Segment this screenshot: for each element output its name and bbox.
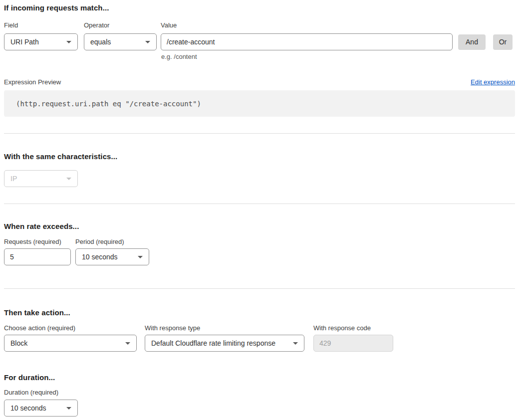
action-labels-row: Choose action (required) With response t… bbox=[4, 324, 515, 332]
expression-code: (http.request.uri.path eq "/create-accou… bbox=[16, 100, 201, 108]
response-type-select[interactable]: Default Cloudflare rate limiting respons… bbox=[145, 335, 304, 352]
rate-controls-row: 10 seconds bbox=[4, 248, 515, 265]
action-section-heading: Then take action... bbox=[4, 308, 515, 317]
characteristics-section-heading: With the same characteristics... bbox=[4, 152, 515, 161]
or-button[interactable]: Or bbox=[493, 34, 513, 50]
value-input[interactable] bbox=[161, 33, 453, 50]
field-select[interactable]: URI Path bbox=[4, 33, 78, 50]
field-select-value: URI Path bbox=[10, 38, 39, 46]
response-code-label: With response code bbox=[313, 324, 371, 332]
chevron-down-icon bbox=[66, 407, 71, 410]
rate-section-heading: When rate exceeds... bbox=[4, 222, 515, 231]
response-type-label: With response type bbox=[145, 324, 313, 332]
chevron-down-icon bbox=[293, 342, 298, 345]
characteristic-select: IP bbox=[4, 170, 78, 187]
edit-expression-link[interactable]: Edit expression bbox=[471, 78, 515, 86]
duration-select[interactable]: 10 seconds bbox=[4, 400, 78, 417]
response-type-select-value: Default Cloudflare rate limiting respons… bbox=[151, 339, 275, 347]
field-label: Field bbox=[4, 21, 84, 29]
expression-code-block: (http.request.uri.path eq "/create-accou… bbox=[4, 90, 515, 117]
duration-section-heading: For duration... bbox=[4, 373, 515, 382]
requests-input[interactable] bbox=[4, 248, 71, 265]
chevron-down-icon bbox=[145, 41, 150, 43]
section-divider bbox=[4, 288, 515, 289]
duration-label: Duration (required) bbox=[4, 389, 515, 396]
value-hint: e.g. /content bbox=[161, 53, 515, 60]
action-controls-row: Block Default Cloudflare rate limiting r… bbox=[4, 335, 515, 352]
match-labels-row: Field Operator Value bbox=[4, 21, 515, 29]
choose-action-select[interactable]: Block bbox=[4, 335, 137, 352]
characteristic-select-value: IP bbox=[10, 175, 17, 183]
value-label: Value bbox=[161, 21, 177, 29]
period-select[interactable]: 10 seconds bbox=[75, 248, 149, 265]
operator-select[interactable]: equals bbox=[84, 33, 157, 50]
chevron-down-icon bbox=[125, 342, 130, 345]
match-section-heading: If incoming requests match... bbox=[4, 3, 515, 12]
match-controls-row: URI Path equals And Or bbox=[4, 33, 515, 50]
expression-preview-label: Expression Preview bbox=[4, 78, 61, 86]
period-select-value: 10 seconds bbox=[82, 253, 118, 261]
and-button[interactable]: And bbox=[458, 34, 486, 50]
section-divider bbox=[4, 204, 515, 204]
operator-label: Operator bbox=[84, 21, 161, 29]
period-label: Period (required) bbox=[75, 238, 124, 245]
chevron-down-icon bbox=[66, 178, 71, 180]
chevron-down-icon bbox=[138, 256, 143, 258]
rate-limiting-rule-form: If incoming requests match... Field Oper… bbox=[0, 3, 523, 417]
choose-action-select-value: Block bbox=[10, 339, 27, 347]
chevron-down-icon bbox=[66, 41, 71, 43]
response-code-input bbox=[313, 335, 393, 352]
operator-select-value: equals bbox=[90, 38, 111, 46]
requests-label: Requests (required) bbox=[4, 238, 75, 245]
choose-action-label: Choose action (required) bbox=[4, 324, 145, 332]
expression-preview-row: Expression Preview Edit expression bbox=[4, 78, 515, 86]
duration-select-value: 10 seconds bbox=[10, 404, 46, 412]
rate-labels-row: Requests (required) Period (required) bbox=[4, 238, 515, 245]
section-divider bbox=[4, 133, 515, 134]
